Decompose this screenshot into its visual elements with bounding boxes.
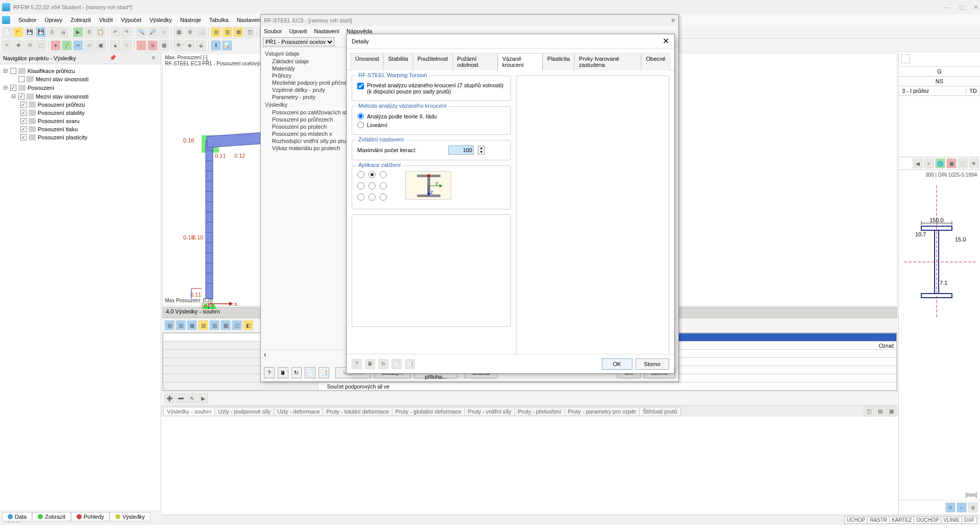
load-pt-bc[interactable] <box>369 194 376 201</box>
max-iter-spinner[interactable]: ▲▼ <box>478 146 485 155</box>
res-tb-5[interactable]: ▨ <box>209 320 219 330</box>
undo-icon[interactable]: ↶ <box>110 27 120 37</box>
save-all-icon[interactable]: ⎙ <box>47 27 57 37</box>
res-tb-6[interactable]: ▩ <box>220 320 231 330</box>
rfmenu-soubor[interactable]: Soubor <box>264 28 282 34</box>
rf-calc-icon[interactable]: 🖩 <box>278 367 288 378</box>
save-icon[interactable]: 💾 <box>24 27 35 37</box>
sect-btn5[interactable]: ⬚ <box>958 158 968 168</box>
dlg-calc-icon[interactable]: 🖩 <box>365 359 375 369</box>
tab-obecne[interactable]: Obecné <box>641 53 670 70</box>
close-button[interactable]: ✕ <box>973 4 978 11</box>
rf-help-icon[interactable]: ? <box>264 367 275 378</box>
calculate-icon[interactable]: ▶ <box>73 27 83 37</box>
tab-unosnost[interactable]: Únosnost <box>351 53 383 70</box>
navtab-pohledy[interactable]: Pohledy <box>71 512 110 521</box>
navtab-zobrazit[interactable]: Zobrazit <box>32 512 71 521</box>
tree-node-klasifikace[interactable]: ⊟Klasifikace průřezu <box>0 66 161 75</box>
dlg-ok-button[interactable]: OK <box>602 358 632 370</box>
tab-pruty-pret[interactable]: Pruty - přetvoření <box>514 407 565 416</box>
support-icon[interactable]: ▲ <box>110 40 120 51</box>
sect-btn2[interactable]: ✓ <box>924 158 934 168</box>
rfmenu-nastaveni[interactable]: Nastavení <box>314 28 339 34</box>
menu-upravy[interactable]: Úpravy <box>40 16 66 24</box>
cell-g[interactable]: G <box>899 67 980 76</box>
tab-pruty-lok[interactable]: Pruty - lokální deformace <box>323 407 392 416</box>
del-row-icon[interactable]: ➖ <box>176 393 186 403</box>
tab-pozarni[interactable]: Požární odolnost <box>453 53 498 70</box>
status-kartez[interactable]: KARTEZ <box>889 516 914 524</box>
dlg-storno-button[interactable]: Storno <box>635 358 669 370</box>
navigator-pin-icon[interactable]: 📌 <box>107 55 118 61</box>
warping-checkbox[interactable] <box>357 83 364 89</box>
tab-stihlosti[interactable]: Štíhlosti prutů <box>639 407 680 416</box>
tab-pruty-glob[interactable]: Pruty - globální deformace <box>392 407 465 416</box>
tree-node-svaru[interactable]: ✓Posouzení svaru <box>0 117 161 125</box>
units-icon[interactable]: ⚙ <box>185 27 195 37</box>
max-iter-input[interactable] <box>448 146 474 155</box>
find-icon[interactable]: 🔎 <box>148 27 158 37</box>
rfsteel-titlebar[interactable]: RF-STEEL EC3 - [ramovy roh start] ✕ <box>261 15 678 26</box>
rf-loop-icon[interactable]: ↻ <box>291 367 302 378</box>
navtab-vysledky[interactable]: Výsledky <box>110 512 151 521</box>
hinge-icon[interactable]: ○ <box>121 40 132 51</box>
colors-icon[interactable]: ⬜ <box>196 27 206 37</box>
method-radio-2ndorder[interactable] <box>357 113 364 119</box>
table1-icon[interactable]: ▤ <box>211 27 221 37</box>
load-pt-tc[interactable] <box>369 171 376 178</box>
tab-uzly-podpory[interactable]: Uzly - podporové síly <box>214 407 274 416</box>
print-icon[interactable]: 🖨 <box>58 27 68 37</box>
tab-pruty-sily[interactable]: Pruty - vnitřní síly <box>464 407 515 416</box>
paste-icon[interactable]: 📋 <box>95 27 106 37</box>
load-pt-br[interactable] <box>380 194 387 201</box>
load-pt-ml[interactable] <box>357 182 364 189</box>
rf-doc1-icon[interactable]: 📄 <box>305 367 315 378</box>
method-radio-linear[interactable] <box>357 122 364 128</box>
search-icon[interactable]: ⌕ <box>159 27 169 37</box>
panel-icon[interactable]: ◫ <box>244 27 255 37</box>
tree-node-msu2[interactable]: ⊟✓Mezní stav únosnosti <box>0 92 161 101</box>
zoom-window-icon[interactable]: ⬚ <box>36 40 46 51</box>
dialog-titlebar[interactable]: Detaily ✕ <box>347 34 674 49</box>
member-icon[interactable]: ━ <box>73 40 83 51</box>
rfsteel-close-icon[interactable]: ✕ <box>671 17 675 24</box>
tab-pouzitelnost[interactable]: Použitelnost <box>413 53 453 70</box>
status-uchop[interactable]: UCHOP <box>844 516 868 524</box>
dlg-doc1-icon[interactable]: 📄 <box>391 359 402 369</box>
sect-foot-btn2[interactable]: ↔ <box>957 502 967 513</box>
table3-icon[interactable]: ▦ <box>233 27 243 37</box>
show-loads-icon[interactable]: ⬇ <box>211 40 221 51</box>
tabstrip-btn2[interactable]: ▤ <box>875 406 885 417</box>
show-results-icon[interactable]: 📊 <box>222 40 232 51</box>
tab-pruty-vzper[interactable]: Pruty - parametry pro vzpěr <box>565 407 640 416</box>
rf-scroll-left-icon[interactable]: ‹ <box>264 350 266 358</box>
surface-icon[interactable]: ▱ <box>84 40 94 51</box>
minimize-button[interactable]: — <box>944 4 950 11</box>
status-vlinie[interactable]: VLINIE <box>941 516 962 524</box>
load-pt-mc[interactable] <box>369 182 376 189</box>
tab-souhrn[interactable]: Výsledky - souhrn <box>163 407 215 416</box>
tab-vazane-krouceni[interactable]: Vázané kroucení <box>498 53 543 70</box>
open-icon[interactable]: 📂 <box>13 27 23 37</box>
tree-node-plasticity[interactable]: ✓Posouzení plasticity <box>0 133 161 141</box>
load-pt-tl[interactable] <box>357 171 364 178</box>
rfsteel-case-combo[interactable]: PŘ1 - Posouzení ocelových pru <box>263 37 334 46</box>
load-icon[interactable]: ↓ <box>136 40 146 51</box>
menu-soubor[interactable]: Soubor <box>14 16 40 24</box>
iso-icon[interactable]: ◈ <box>185 40 195 51</box>
section-icon[interactable] <box>901 54 910 63</box>
solid-icon[interactable]: ▣ <box>95 40 106 51</box>
maximize-button[interactable]: ▢ <box>959 4 964 11</box>
redo-icon[interactable]: ↷ <box>121 27 132 37</box>
tab-plasticita[interactable]: Plasticita <box>543 53 574 70</box>
zoom-icon[interactable]: 🔍 <box>136 27 146 37</box>
pan-icon[interactable]: ✥ <box>13 40 23 51</box>
rotate-icon[interactable]: ⟲ <box>24 40 35 51</box>
add-row-icon[interactable]: ➕ <box>164 393 175 403</box>
tree-node-tlaku[interactable]: ✓Posouzení tlaku <box>0 125 161 133</box>
tab-uzly-def[interactable]: Uzly - deformace <box>274 407 323 416</box>
load-pt-mr[interactable] <box>380 182 387 189</box>
status-rastr[interactable]: RASTR <box>867 516 890 524</box>
table-row[interactable]: Součet podporových sil ve <box>317 382 896 391</box>
tabstrip-btn3[interactable]: ▦ <box>886 406 896 417</box>
